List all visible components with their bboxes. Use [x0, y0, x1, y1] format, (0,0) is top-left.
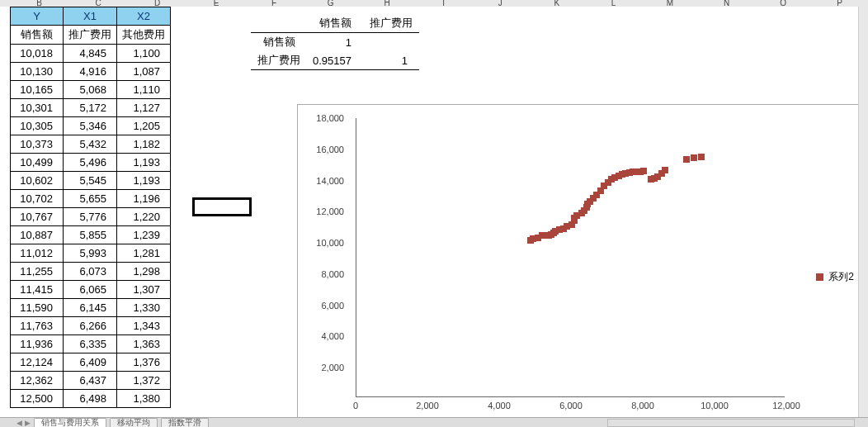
horizontal-scrollbar[interactable]	[607, 419, 855, 427]
table-cell[interactable]: 6,409	[64, 353, 117, 372]
table-cell[interactable]: 4,916	[64, 63, 117, 81]
table-cell[interactable]: 6,073	[64, 263, 117, 281]
col-header[interactable]: B	[10, 0, 69, 7]
sheet-tab[interactable]: 移动平均	[110, 418, 158, 427]
col-header[interactable]: G	[302, 0, 359, 7]
table-cell[interactable]: 6,145	[64, 299, 117, 317]
table-cell[interactable]: 10,602	[11, 172, 64, 190]
corr-col-sales[interactable]: 销售额	[307, 14, 363, 33]
chart-point[interactable]	[662, 167, 668, 173]
table-cell[interactable]: 12,362	[11, 372, 64, 390]
table-cell[interactable]: 1,205	[117, 117, 171, 135]
table-cell[interactable]: 1,193	[117, 172, 171, 190]
corr-val[interactable]: 1	[307, 33, 363, 52]
subheader-promo[interactable]: 推广费用	[64, 26, 117, 45]
table-cell[interactable]: 10,499	[11, 154, 64, 172]
table-cell[interactable]: 10,018	[11, 45, 64, 63]
table-cell[interactable]: 1,363	[117, 335, 171, 353]
table-cell[interactable]: 6,065	[64, 281, 117, 299]
col-header[interactable]: I	[415, 0, 472, 7]
table-cell[interactable]: 1,196	[117, 190, 171, 208]
table-cell[interactable]: 11,012	[11, 244, 64, 263]
table-cell[interactable]: 5,655	[64, 190, 117, 208]
table-cell[interactable]: 11,936	[11, 335, 64, 353]
table-cell[interactable]: 1,281	[117, 244, 171, 263]
corr-val[interactable]: 1	[363, 51, 419, 70]
col-header[interactable]: N	[698, 0, 755, 7]
table-cell[interactable]: 1,343	[117, 317, 171, 335]
table-cell[interactable]: 12,124	[11, 353, 64, 372]
corr-col-promo[interactable]: 推广费用	[363, 14, 419, 33]
col-header[interactable]: M	[642, 0, 699, 7]
chart-point[interactable]	[691, 154, 697, 161]
table-cell[interactable]: 5,432	[64, 135, 117, 154]
table-cell[interactable]: 1,127	[117, 99, 171, 117]
corr-row-sales-label[interactable]: 销售额	[251, 33, 307, 52]
table-cell[interactable]: 6,437	[64, 372, 117, 390]
table-cell[interactable]: 1,380	[117, 390, 171, 408]
table-cell[interactable]: 5,993	[64, 244, 117, 263]
table-cell[interactable]: 1,193	[117, 154, 171, 172]
selected-cell[interactable]	[192, 197, 252, 216]
col-header[interactable]: J	[472, 0, 529, 7]
col-header[interactable]: K	[529, 0, 586, 7]
header-y[interactable]: Y	[11, 7, 64, 26]
col-header[interactable]: P	[811, 0, 868, 7]
table-cell[interactable]: 6,266	[64, 317, 117, 335]
plot-area[interactable]	[356, 118, 785, 397]
table-cell[interactable]: 1,330	[117, 299, 171, 317]
table-cell[interactable]: 6,498	[64, 390, 117, 408]
table-cell[interactable]: 1,087	[117, 63, 171, 81]
subheader-other[interactable]: 其他费用	[117, 26, 171, 45]
table-cell[interactable]: 1,100	[117, 45, 171, 63]
header-x2[interactable]: X2	[117, 7, 171, 26]
corr-val[interactable]	[363, 33, 419, 52]
corr-row-promo-label[interactable]: 推广费用	[251, 51, 307, 70]
table-cell[interactable]: 12,500	[11, 390, 64, 408]
col-header[interactable]: F	[246, 0, 303, 7]
header-x1[interactable]: X1	[64, 7, 117, 26]
scatter-chart[interactable]: 系列2 2,0004,0006,0008,00010,00012,00014,0…	[297, 104, 866, 423]
table-cell[interactable]: 11,255	[11, 263, 64, 281]
worksheet-area[interactable]: Y X1 X2 销售额 推广费用 其他费用 10,0184,8451,10010…	[10, 7, 868, 417]
table-cell[interactable]: 1,298	[117, 263, 171, 281]
table-cell[interactable]: 5,545	[64, 172, 117, 190]
table-cell[interactable]: 6,335	[64, 335, 117, 353]
table-cell[interactable]: 1,182	[117, 135, 171, 154]
col-header[interactable]: C	[68, 0, 128, 7]
col-header[interactable]: E	[186, 0, 246, 7]
table-cell[interactable]: 11,415	[11, 281, 64, 299]
table-cell[interactable]: 5,496	[64, 154, 117, 172]
vertical-scrollbar[interactable]	[858, 7, 868, 417]
chart-legend[interactable]: 系列2	[816, 270, 854, 284]
table-cell[interactable]: 11,763	[11, 317, 64, 335]
table-cell[interactable]: 5,855	[64, 226, 117, 244]
table-cell[interactable]: 5,068	[64, 81, 117, 99]
table-cell[interactable]: 1,110	[117, 81, 171, 99]
corr-val[interactable]: 0.95157	[307, 51, 363, 70]
table-cell[interactable]: 1,307	[117, 281, 171, 299]
table-cell[interactable]: 10,305	[11, 117, 64, 135]
col-header[interactable]: L	[585, 0, 642, 7]
col-header[interactable]: O	[755, 0, 812, 7]
table-cell[interactable]: 1,376	[117, 353, 171, 372]
sheet-tab[interactable]: 指数平滑	[161, 418, 209, 427]
table-cell[interactable]: 1,372	[117, 372, 171, 390]
table-cell[interactable]: 11,590	[11, 299, 64, 317]
subheader-sales[interactable]: 销售额	[11, 26, 64, 45]
table-cell[interactable]: 10,702	[11, 190, 64, 208]
chart-point[interactable]	[640, 168, 647, 174]
col-header[interactable]: H	[359, 0, 416, 7]
table-cell[interactable]: 4,845	[64, 45, 117, 63]
table-cell[interactable]: 5,776	[64, 208, 117, 226]
table-cell[interactable]: 10,165	[11, 81, 64, 99]
tab-nav-icon[interactable]: ◀ ▶	[17, 419, 31, 427]
table-cell[interactable]: 1,220	[117, 208, 171, 226]
chart-point[interactable]	[683, 156, 690, 163]
table-cell[interactable]: 10,887	[11, 226, 64, 244]
sheet-tab[interactable]: 销售与费用关系	[34, 418, 106, 427]
table-cell[interactable]: 5,172	[64, 99, 117, 117]
chart-point[interactable]	[698, 154, 705, 160]
table-cell[interactable]: 10,373	[11, 135, 64, 154]
table-cell[interactable]: 10,301	[11, 99, 64, 117]
